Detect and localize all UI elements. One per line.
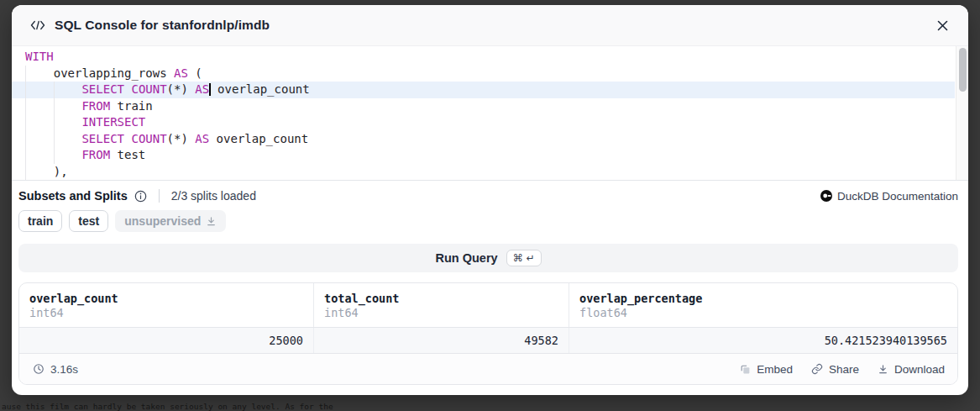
table-header-row: overlap_count int64 total_count int64 ov… — [19, 283, 957, 327]
table-footer: 3.16s Embed — [19, 353, 957, 384]
embed-button[interactable]: Embed — [740, 363, 793, 376]
modal-title: SQL Console for stanfordnlp/imdb — [55, 18, 270, 33]
code-line: ), — [12, 164, 955, 181]
splits-status: 2/3 splits loaded — [171, 189, 256, 203]
code-line: WITH — [12, 49, 955, 66]
download-button[interactable]: Download — [878, 363, 945, 376]
subsets-splits-label: Subsets and Splits — [18, 189, 128, 203]
split-chip-train[interactable]: train — [18, 210, 62, 232]
close-button[interactable] — [931, 14, 953, 36]
column-name: overlap_percentage — [579, 291, 947, 306]
modal-header: SQL Console for stanfordnlp/imdb — [12, 5, 968, 46]
editor-scrollbar[interactable] — [956, 46, 968, 180]
embed-icon — [740, 364, 751, 375]
column-header-overlap-count: overlap_count int64 — [19, 283, 313, 327]
scrollbar-thumb[interactable] — [959, 48, 967, 92]
duckdb-icon — [820, 190, 832, 202]
share-link-icon — [811, 363, 823, 375]
cell-overlap-count: 25000 — [19, 328, 313, 353]
duckdb-doc-label: DuckDB Documentation — [837, 190, 958, 203]
code-line: overlapping_rows AS ( — [12, 66, 955, 82]
column-type: int64 — [29, 306, 303, 320]
chip-label: test — [78, 214, 99, 228]
table-row: 25000 49582 50.421523940139565 — [19, 327, 957, 353]
column-header-overlap-percentage: overlap_percentage float64 — [569, 283, 957, 327]
splits-header: Subsets and Splits 2/3 splits loaded — [18, 189, 256, 203]
chip-label: train — [28, 214, 53, 228]
column-name: total_count — [324, 291, 558, 306]
code-line: SELECT COUNT(*) AS overlap_count — [12, 82, 955, 98]
code-line: FROM test — [12, 147, 955, 164]
split-chip-unsupervised[interactable]: unsupervised — [115, 210, 226, 232]
column-type: float64 — [579, 306, 947, 320]
share-button[interactable]: Share — [811, 363, 859, 376]
results-table: overlap_count int64 total_count int64 ov… — [18, 282, 958, 385]
cell-overlap-percentage: 50.421523940139565 — [569, 328, 957, 353]
column-header-total-count: total_count int64 — [313, 283, 569, 327]
run-query-button[interactable]: Run Query ⌘ ↵ — [18, 244, 958, 272]
share-label: Share — [829, 363, 859, 376]
info-icon[interactable] — [134, 190, 147, 203]
divider — [159, 189, 160, 203]
split-chip-test[interactable]: test — [69, 210, 108, 232]
result-actions: Embed Share — [740, 363, 945, 376]
splits-row: Subsets and Splits 2/3 splits loaded — [18, 189, 958, 203]
download-icon — [878, 364, 888, 375]
split-chips: train test unsupervised — [18, 210, 958, 232]
column-type: int64 — [324, 306, 558, 320]
download-split-icon — [206, 216, 217, 227]
run-query-label: Run Query — [436, 251, 498, 265]
code-lines: WITH overlapping_rows AS ( SELECT COUNT(… — [12, 46, 955, 180]
embed-label: Embed — [757, 363, 793, 376]
sql-editor[interactable]: WITH overlapping_rows AS ( SELECT COUNT(… — [12, 46, 968, 181]
sql-console-modal: SQL Console for stanfordnlp/imdb WITH ov… — [12, 5, 968, 395]
code-line: INTERSECT — [12, 114, 955, 131]
column-name: overlap_count — [29, 291, 303, 306]
console-body: Subsets and Splits 2/3 splits loaded — [12, 189, 968, 385]
clock-icon — [33, 363, 45, 375]
code-line: FROM train — [12, 98, 955, 115]
close-icon — [936, 19, 949, 32]
cell-total-count: 49582 — [313, 328, 569, 353]
elapsed-label: 3.16s — [50, 363, 78, 376]
page-backdrop: ause this film can hardly be taken serio… — [0, 0, 980, 411]
code-line: SELECT COUNT(*) AS overlap_count — [12, 131, 955, 148]
chip-label: unsupervised — [124, 214, 201, 228]
download-label: Download — [894, 363, 945, 376]
background-page-text: ause this film can hardly be taken serio… — [2, 402, 333, 411]
duckdb-doc-link[interactable]: DuckDB Documentation — [820, 190, 958, 203]
keyboard-shortcut-badge: ⌘ ↵ — [506, 250, 542, 266]
query-elapsed-time: 3.16s — [33, 363, 78, 376]
code-icon — [30, 19, 45, 31]
